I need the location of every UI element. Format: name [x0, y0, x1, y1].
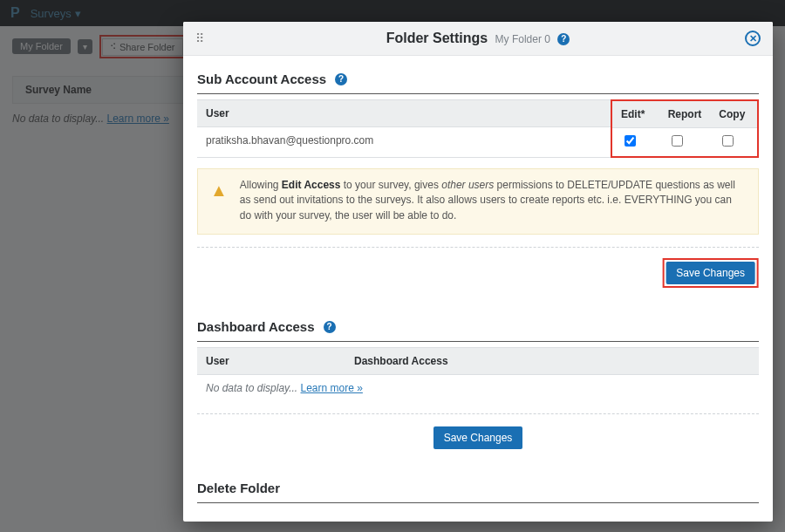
- modal-subtitle: My Folder 0: [495, 33, 550, 45]
- copy-header: Copy: [710, 101, 757, 128]
- dashboard-user-header: User: [197, 348, 345, 374]
- section-rule: [197, 93, 759, 94]
- help-icon[interactable]: ?: [335, 73, 347, 85]
- warn-t2: to your survey, gives: [340, 179, 441, 191]
- sub-account-access-title: Sub Account Access ?: [197, 72, 759, 86]
- dashboard-save-button[interactable]: Save Changes: [433, 426, 523, 449]
- copy-checkbox[interactable]: [722, 135, 734, 147]
- user-header: User: [197, 100, 611, 127]
- permissions-highlight: Edit* Report Copy: [611, 99, 759, 158]
- drag-handle-icon[interactable]: ⠿: [195, 36, 203, 41]
- edit-cell: [612, 128, 659, 156]
- warn-t1: Allowing: [240, 179, 282, 191]
- user-cell: pratiksha.bhavan@questionpro.com: [197, 127, 611, 153]
- close-icon[interactable]: ✕: [745, 31, 761, 46]
- delete-folder-title: Delete Folder: [197, 481, 759, 495]
- modal-body: Sub Account Access ? User pratiksha.bhav…: [183, 56, 773, 522]
- section-title-text: Dashboard Access: [197, 319, 315, 334]
- modal-title: Folder Settings: [386, 31, 488, 45]
- edit-checkbox[interactable]: [625, 135, 636, 147]
- dashboard-learn-more-link[interactable]: Learn more »: [301, 382, 363, 394]
- section-rule: [197, 341, 759, 342]
- help-icon[interactable]: ?: [557, 33, 570, 45]
- dashboard-access-title: Dashboard Access ?: [197, 319, 759, 334]
- copy-cell: [710, 128, 757, 156]
- report-header: Report: [659, 101, 711, 128]
- dashboard-access-header: Dashboard Access: [345, 348, 759, 374]
- sub-account-table: User pratiksha.bhavan@questionpro.com Ed…: [197, 99, 759, 158]
- modal-header: ⠿ Folder Settings My Folder 0 ? ✕: [183, 22, 773, 56]
- warn-i1: other users: [441, 179, 494, 191]
- help-icon[interactable]: ?: [324, 321, 336, 333]
- report-checkbox[interactable]: [672, 135, 683, 147]
- warning-text: Allowing Edit Access to your survey, giv…: [240, 178, 746, 223]
- dashboard-table-header: User Dashboard Access: [197, 347, 759, 375]
- warn-b1: Edit Access: [282, 179, 341, 191]
- folder-settings-modal: ⠿ Folder Settings My Folder 0 ? ✕ Sub Ac…: [183, 22, 773, 522]
- warning-icon: ▲: [210, 181, 228, 199]
- section-rule: [197, 502, 759, 503]
- user-column: User pratiksha.bhavan@questionpro.com: [197, 99, 611, 158]
- section-title-text: Sub Account Access: [197, 72, 326, 86]
- edit-header: Edit*: [612, 101, 659, 128]
- save-changes-highlight: Save Changes: [662, 258, 759, 288]
- dashboard-no-data: No data to display... Learn more »: [197, 375, 759, 401]
- dashed-separator: [197, 247, 759, 248]
- delete-folder-row: Delete Folder: [197, 515, 759, 522]
- dashed-separator: [197, 413, 759, 414]
- report-cell: [659, 128, 711, 156]
- no-data-text: No data to display...: [206, 382, 301, 394]
- edit-access-warning: ▲ Allowing Edit Access to your survey, g…: [197, 168, 759, 235]
- save-changes-button[interactable]: Save Changes: [666, 262, 755, 284]
